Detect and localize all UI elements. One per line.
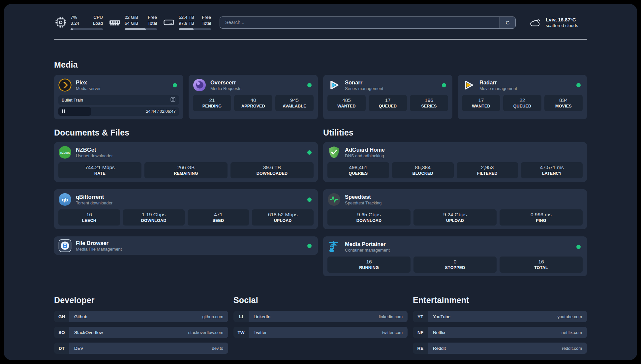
bookmark-name: DEV (74, 346, 83, 351)
service-card-media-portainer[interactable]: Media PortainerContainer management16RUN… (323, 236, 587, 276)
stat-label: PENDING (194, 104, 230, 108)
service-stats: 16RUNNING0STOPPED16TOTAL (327, 257, 583, 273)
service-card-stack: nzbgetNZBGetUsenet downloader744.21 Mbps… (54, 142, 318, 255)
service-card-speedtest[interactable]: SpeedtestSpeedtest Tracking9.65 GbpsDOWN… (323, 189, 587, 229)
system-stat-value: 22 GiB (125, 15, 138, 20)
system-stat-data: 52.4 TB97.9 TBFreeTotal (179, 15, 211, 30)
bookmark-name: Netflix (433, 330, 445, 335)
stat-label: TOTAL (501, 265, 581, 270)
bookmark-github[interactable]: GHGithubgithub.com (54, 311, 228, 322)
system-stat-label: Total (147, 20, 157, 26)
bookmark-netflix[interactable]: NFNetflixnetflix.com (413, 327, 587, 338)
bookmark-sections: DeveloperGHGithubgithub.comSOStackOverfl… (54, 295, 587, 354)
service-card-titles: File BrowserMedia File Management (76, 240, 122, 252)
stat-value: 744.21 Mbps (60, 165, 140, 170)
service-card-header: qbqBittorrentTorrent downloader (58, 193, 314, 206)
bookmark-name: StackOverflow (74, 330, 103, 335)
stat-label: PING (501, 218, 581, 223)
service-card-radarr[interactable]: RadarrMovie management17WANTED22QUEUED83… (458, 75, 587, 119)
cast-icon (170, 97, 176, 104)
stat-queued: 22QUEUED (503, 95, 541, 111)
service-stats: 485WANTED17QUEUED196SERIES (327, 95, 448, 111)
system-stat-value: 52.4 TB (179, 15, 194, 20)
bookmark-abbr: YT (413, 311, 428, 322)
stat-label: QUEUED (504, 104, 540, 108)
service-card-titles: qBittorrentTorrent downloader (76, 194, 112, 206)
system-stat-value: 97.9 TB (179, 20, 194, 26)
service-card-sonarr[interactable]: SonarrSeries management485WANTED17QUEUED… (323, 75, 452, 119)
dashboard-content: 7%3.24CPULoad22 GiB64 GiBFreeTotal52.4 T… (54, 4, 587, 354)
service-card-adguard-home[interactable]: AdGuard HomeDNS and adblocking498,461QUE… (323, 142, 587, 182)
service-card-titles: SonarrSeries management (345, 79, 383, 91)
stat-value: 17 (463, 97, 499, 103)
system-stat-label: Free (147, 15, 157, 20)
speedtest-icon (327, 193, 341, 206)
bookmark-main: YouTubeyoutube.com (428, 311, 587, 322)
bookmark-list: GHGithubgithub.comSOStackOverflowstackov… (54, 311, 228, 354)
service-card-file-browser[interactable]: File BrowserMedia File Management (54, 236, 318, 255)
stat-label: LATENCY (522, 171, 581, 176)
stat-wanted: 485WANTED (327, 95, 366, 111)
qbittorrent-icon: qb (58, 193, 72, 206)
service-name: Overseerr (210, 79, 241, 86)
stat-value: 9.24 Gbps (415, 212, 495, 218)
stat-label: FILTERED (458, 171, 517, 176)
stat-stopped: 0STOPPED (413, 257, 497, 273)
stat-value: 9.65 Gbps (329, 212, 409, 218)
service-card-overseerr[interactable]: OverseerrMedia Requests21PENDING40APPROV… (189, 75, 318, 119)
bookmark-domain: youtube.com (558, 314, 582, 319)
stat-label: LEECH (60, 218, 119, 223)
bookmark-main: LinkedInlinkedin.com (249, 311, 408, 322)
stat-label: DOWNLOAD (329, 218, 409, 223)
stat-value: 266 GB (146, 165, 226, 170)
bookmark-group-social: SocialLILinkedInlinkedin.comTWTwittertwi… (233, 295, 408, 354)
bookmark-youtube[interactable]: YTYouTubeyoutube.com (413, 311, 587, 322)
bookmark-reddit[interactable]: RERedditreddit.com (413, 343, 587, 354)
bookmark-linkedin[interactable]: LILinkedInlinkedin.com (233, 311, 408, 322)
service-description: Usenet downloader (76, 153, 113, 158)
svg-text:qb: qb (62, 197, 68, 202)
bookmark-domain: dev.to (212, 346, 223, 351)
stat-label: QUEUED (370, 104, 406, 108)
stat-series: 196SERIES (410, 95, 448, 111)
bookmark-main: DEVdev.to (69, 343, 228, 354)
system-stat-labels: FreeTotal (147, 15, 157, 26)
search-engine-button[interactable]: G (500, 17, 515, 28)
bookmark-list: YTYouTubeyoutube.comNFNetflixnetflix.com… (413, 311, 587, 354)
svg-text:nzbget: nzbget (60, 151, 70, 154)
stat-download: 9.65 GbpsDOWNLOAD (327, 209, 411, 226)
stat-label: SERIES (411, 104, 447, 108)
bookmark-stackoverflow[interactable]: SOStackOverflowstackoverflow.com (54, 327, 228, 338)
service-description: Media server (76, 86, 101, 91)
status-dot (307, 150, 312, 155)
search-input[interactable] (220, 17, 500, 28)
service-name: NZBGet (76, 146, 113, 153)
system-stat-value: 7% (71, 15, 79, 20)
status-dot (576, 245, 581, 249)
stat-label: WANTED (329, 104, 364, 108)
status-dot (173, 83, 177, 87)
system-stat-labels: FreeTotal (201, 15, 211, 26)
stat-download: 1.19 GbpsDOWNLOAD (123, 209, 185, 226)
stat-value: 16 (501, 259, 581, 265)
service-card-nzbget[interactable]: nzbgetNZBGetUsenet downloader744.21 Mbps… (54, 142, 318, 182)
bookmark-main: Githubgithub.com (69, 311, 228, 322)
system-stat-label: Total (201, 20, 211, 26)
stat-label: BLOCKED (393, 171, 452, 176)
stat-blocked: 86,384BLOCKED (392, 162, 454, 178)
service-card-plex[interactable]: PlexMedia serverBullet Train24:44 / 02:0… (54, 75, 183, 119)
system-stat-data: 7%3.24CPULoad (71, 15, 103, 30)
service-card-titles: OverseerrMedia Requests (210, 79, 241, 91)
search-bar: G (220, 16, 516, 29)
bookmark-abbr: DT (54, 343, 69, 354)
bookmark-twitter[interactable]: TWTwittertwitter.com (233, 327, 408, 338)
bookmark-dev[interactable]: DTDEVdev.to (54, 343, 228, 354)
system-stats: 7%3.24CPULoad22 GiB64 GiBFreeTotal52.4 T… (54, 15, 211, 30)
bookmark-name: Twitter (254, 330, 267, 335)
service-description: Speedtest Tracking (345, 200, 382, 205)
service-card-qbittorrent[interactable]: qbqBittorrentTorrent downloader16LEECH1.… (54, 189, 318, 229)
stat-value: 22 (504, 97, 540, 103)
adguard-icon (327, 146, 341, 159)
weather-text: Lviv, 16.87°C scattered clouds (546, 17, 578, 28)
service-name: Speedtest (345, 194, 382, 200)
